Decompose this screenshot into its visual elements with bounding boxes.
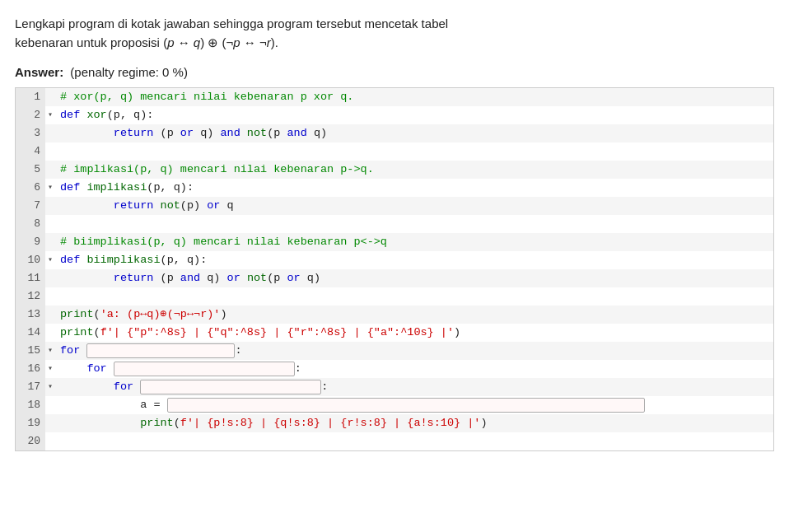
fn-xor: xor: [86, 106, 106, 124]
code-line-19: 19 print(f'| {p!s:8} | {q!s:8} | {r!s:8}…: [16, 414, 773, 432]
answer-label: Answer:: [15, 65, 63, 79]
code-line-6: 6 ▾ def implikasi(p, q):: [16, 179, 773, 197]
line-num-17: 17: [16, 378, 45, 396]
line-num-15: 15: [16, 342, 45, 360]
description: Lengkapi program di kotak jawaban sehing…: [15, 15, 774, 52]
fold-9: [45, 233, 55, 251]
code-line-18: 18 a =: [16, 396, 773, 414]
code-block: 1 # xor(p, q) mencari nilai kebenaran p …: [15, 87, 774, 451]
line-num-6: 6: [16, 179, 45, 197]
penalty-text: (penalty regime: 0 %): [70, 65, 188, 79]
line-num-5: 5: [16, 161, 45, 179]
line-num-14: 14: [16, 324, 45, 342]
line-content-3: return (p or q) and not(p and q): [55, 124, 773, 142]
fold-7: [45, 197, 55, 215]
code-line-11: 11 return (p and q) or not(p or q): [16, 269, 773, 287]
line-content-19: print(f'| {p!s:8} | {q!s:8} | {r!s:8} | …: [55, 414, 773, 432]
code-line-1: 1 # xor(p, q) mencari nilai kebenaran p …: [16, 88, 773, 106]
line-content-5: # implikasi(p, q) mencari nilai kebenara…: [55, 161, 773, 179]
kw-def-2: def: [60, 106, 86, 124]
line-num-7: 7: [16, 197, 45, 215]
line-content-14: print(f'| {"p":^8s} | {"q":^8s} | {"r":^…: [55, 324, 773, 342]
input-for2[interactable]: [114, 362, 295, 376]
line-content-16: for :: [55, 360, 773, 378]
line-content-6: def implikasi(p, q):: [55, 179, 773, 197]
line-num-4: 4: [16, 142, 45, 161]
desc-math: (p ↔ q) ⊕ (¬p ↔ ¬r).: [163, 35, 278, 49]
line-num-16: 16: [16, 360, 45, 378]
line-num-8: 8: [16, 215, 45, 233]
desc-text1: Lengkapi program di kotak jawaban sehing…: [15, 16, 448, 30]
fold-16[interactable]: ▾: [45, 360, 55, 378]
code-line-5: 5 # implikasi(p, q) mencari nilai kebena…: [16, 161, 773, 179]
code-line-20: 20: [16, 432, 773, 450]
fold-12: [45, 287, 55, 306]
fold-20: [45, 432, 55, 450]
fold-5: [45, 161, 55, 179]
fold-4: [45, 142, 55, 161]
code-line-13: 13 print('a: (p↔q)⊕(¬p↔¬r)'): [16, 306, 773, 324]
fold-17[interactable]: ▾: [45, 378, 55, 396]
fold-19: [45, 414, 55, 432]
line-num-9: 9: [16, 233, 45, 251]
answer-header: Answer: (penalty regime: 0 %): [15, 65, 774, 79]
line-content-17: for :: [55, 378, 773, 396]
line-content-7: return not(p) or q: [55, 197, 773, 215]
line-content-10: def biimplikasi(p, q):: [55, 251, 773, 269]
code-line-8: 8: [16, 215, 773, 233]
input-for1[interactable]: [86, 343, 235, 358]
fold-11: [45, 269, 55, 287]
line-content-11: return (p and q) or not(p or q): [55, 269, 773, 287]
input-assign[interactable]: [167, 398, 645, 413]
fold-6[interactable]: ▾: [45, 179, 55, 197]
fold-18: [45, 396, 55, 414]
line-num-19: 19: [16, 414, 45, 432]
line-num-18: 18: [16, 396, 45, 414]
line-num-11: 11: [16, 269, 45, 287]
code-line-15: 15 ▾ for :: [16, 342, 773, 360]
fold-10[interactable]: ▾: [45, 251, 55, 269]
code-line-16: 16 ▾ for :: [16, 360, 773, 378]
code-line-12: 12: [16, 287, 773, 306]
line-content-9: # biimplikasi(p, q) mencari nilai kebena…: [55, 233, 773, 251]
fold-1: [45, 88, 55, 106]
comment-1: # xor(p, q) mencari nilai kebenaran p xo…: [60, 88, 353, 106]
code-line-14: 14 print(f'| {"p":^8s} | {"q":^8s} | {"r…: [16, 324, 773, 342]
fold-2[interactable]: ▾: [45, 106, 55, 124]
desc-text2: kebenaran untuk proposisi: [15, 35, 163, 49]
line-num-20: 20: [16, 432, 45, 450]
code-line-2: 2 ▾ def xor(p, q):: [16, 106, 773, 124]
line-num-3: 3: [16, 124, 45, 142]
code-line-17: 17 ▾ for :: [16, 378, 773, 396]
line-content-13: print('a: (p↔q)⊕(¬p↔¬r)'): [55, 306, 773, 324]
code-line-4: 4: [16, 142, 773, 161]
line-num-10: 10: [16, 251, 45, 269]
fold-13: [45, 306, 55, 324]
code-line-7: 7 return not(p) or q: [16, 197, 773, 215]
fold-15[interactable]: ▾: [45, 342, 55, 360]
line-num-2: 2: [16, 106, 45, 124]
line-num-13: 13: [16, 306, 45, 324]
fold-14: [45, 324, 55, 342]
code-line-3: 3 return (p or q) and not(p and q): [16, 124, 773, 142]
line-content-1: # xor(p, q) mencari nilai kebenaran p xo…: [55, 88, 773, 106]
line-content-2: def xor(p, q):: [55, 106, 773, 124]
line-num-1: 1: [16, 88, 45, 106]
code-line-10: 10 ▾ def biimplikasi(p, q):: [16, 251, 773, 269]
fold-3: [45, 124, 55, 142]
line-content-18: a =: [55, 396, 773, 414]
input-for3[interactable]: [140, 380, 321, 394]
line-num-12: 12: [16, 287, 45, 306]
line-content-15: for :: [55, 342, 773, 360]
code-line-9: 9 # biimplikasi(p, q) mencari nilai kebe…: [16, 233, 773, 251]
paren-2: (p, q):: [107, 106, 154, 124]
fold-8: [45, 215, 55, 233]
